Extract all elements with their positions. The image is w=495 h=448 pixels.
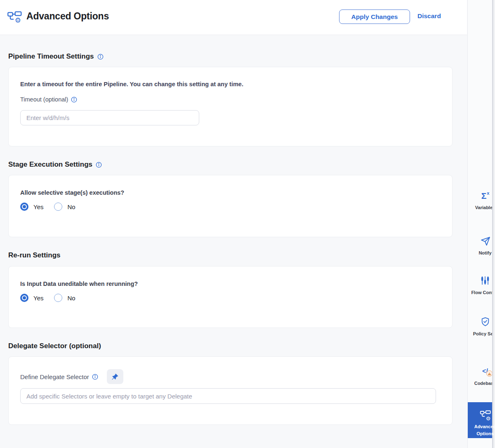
rail-item-advanced-options[interactable]: ⚙ Advanced Options	[468, 409, 495, 437]
pipeline-timeout-heading-text: Pipeline Timeout Settings	[8, 52, 94, 61]
page-title: Advanced Options	[26, 11, 109, 22]
radio-no-label[interactable]: No	[67, 295, 75, 302]
rerun-heading-text: Re-run Settings	[8, 251, 61, 259]
stage-execution-question: Allow selective stage(s) executions?	[20, 189, 124, 196]
timeout-field-label-text: Timeout (optional)	[20, 96, 68, 103]
variables-sigma-icon: Σx	[481, 190, 489, 201]
page-edge-strip	[493, 0, 495, 448]
delegate-field-label: Define Delegate Selector	[20, 373, 89, 380]
radio-no[interactable]	[54, 203, 62, 211]
rail-item-flow-control[interactable]: Flow Control	[468, 275, 495, 296]
stage-execution-heading: Stage Execution Settings	[8, 160, 102, 169]
info-icon[interactable]	[92, 374, 98, 380]
apply-changes-button[interactable]: Apply Changes	[339, 9, 410, 24]
timeout-description: Enter a timeout for the entire Pipeline.…	[20, 81, 243, 87]
radio-yes-label[interactable]: Yes	[33, 203, 43, 210]
notify-send-icon	[480, 235, 490, 247]
header: ⚙ Advanced Options Apply Changes Discard	[0, 0, 467, 35]
advanced-options-flow-gear-icon: ⚙	[480, 409, 491, 420]
rerun-card: Is Input Data uneditable when rerunning?…	[8, 266, 453, 328]
rail-item-label: Notify	[478, 250, 491, 257]
radio-no-label[interactable]: No	[67, 203, 75, 210]
delegate-selector-card: Define Delegate Selector	[8, 356, 453, 425]
radio-yes[interactable]	[20, 294, 28, 302]
stage-execution-radio-group: Yes No	[20, 203, 86, 211]
rail-item-label: Policy Sets	[473, 330, 495, 337]
rail-item-label: Flow Control	[471, 289, 495, 296]
info-icon[interactable]	[96, 162, 102, 168]
pin-runtime-input-button[interactable]	[107, 369, 123, 384]
pipeline-timeout-heading: Pipeline Timeout Settings	[8, 52, 104, 61]
delegate-field-label-text: Define Delegate Selector	[20, 373, 89, 380]
policy-sets-shield-icon	[480, 316, 490, 328]
radio-no[interactable]	[54, 294, 62, 302]
rail-item-label: Advanced Options	[468, 423, 495, 437]
pipeline-timeout-card: Enter a timeout for the entire Pipeline.…	[8, 67, 453, 146]
info-icon[interactable]	[71, 97, 77, 103]
right-rail: Σx Variables Notify Flow Control	[467, 0, 493, 448]
rail-item-policy-sets[interactable]: Policy Sets	[468, 316, 495, 337]
delegate-selector-heading-text: Delegate Selector (optional)	[8, 342, 101, 350]
warning-triangle-icon	[486, 370, 493, 377]
stage-execution-heading-text: Stage Execution Settings	[8, 160, 92, 169]
rerun-radio-group: Yes No	[20, 294, 86, 302]
radio-yes-label[interactable]: Yes	[33, 295, 43, 302]
radio-yes[interactable]	[20, 203, 28, 211]
timeout-field-label: Timeout (optional)	[20, 96, 77, 103]
delegate-selector-input[interactable]	[20, 388, 436, 404]
info-icon[interactable]	[97, 54, 104, 60]
advanced-options-flow-gear-icon: ⚙	[7, 10, 22, 24]
rail-item-variables[interactable]: Σx Variables	[468, 190, 495, 211]
rail-item-codebase[interactable]: </ Codebase	[468, 365, 495, 387]
delegate-selector-heading: Delegate Selector (optional)	[8, 342, 101, 350]
rerun-heading: Re-run Settings	[8, 251, 61, 259]
stage-execution-card: Allow selective stage(s) executions? Yes…	[8, 175, 453, 237]
rerun-question: Is Input Data uneditable when rerunning?	[20, 281, 138, 287]
rail-item-notify[interactable]: Notify	[468, 235, 495, 257]
timeout-input[interactable]	[20, 110, 199, 125]
flow-control-sliders-icon	[480, 275, 490, 286]
codebase-code-warning-icon: </	[482, 365, 488, 377]
discard-link[interactable]: Discard	[417, 12, 441, 20]
pin-icon	[111, 373, 118, 380]
